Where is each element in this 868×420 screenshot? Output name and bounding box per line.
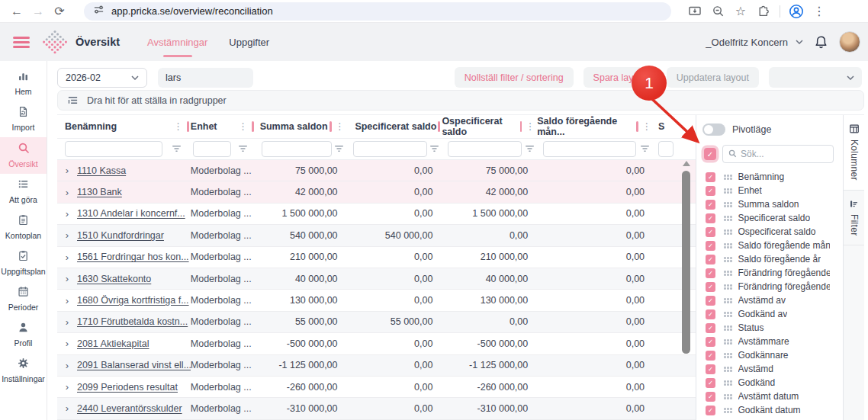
column-header-enhet[interactable]: Enhet ⋮ (191, 115, 256, 138)
column-header-summa-saldon[interactable]: Summa saldon ⋮ (256, 115, 347, 138)
table-row[interactable]: › 1630 Skattekonto Moderbolag ... 40 000… (57, 268, 696, 290)
filter-input-summa-saldon[interactable] (262, 141, 332, 157)
back-icon[interactable]: ← (6, 2, 27, 21)
table-row[interactable]: › 1710 Förutbetalda kostn... Moderbolag … (57, 312, 696, 333)
column-checkbox[interactable]: ✓ (706, 378, 715, 388)
organization-select[interactable]: _Odelfritz Koncern (706, 37, 803, 48)
drag-handle-icon[interactable] (724, 325, 726, 328)
drag-handle-icon[interactable] (724, 408, 726, 410)
column-resize-handle[interactable] (187, 121, 189, 132)
user-avatar[interactable] (839, 31, 860, 53)
column-menu-icon[interactable]: ⋮ (333, 121, 347, 132)
column-checkbox[interactable]: ✓ (706, 200, 715, 210)
side-tab-filter[interactable]: Filter (844, 191, 864, 245)
account-link[interactable]: 1130 Bank (77, 187, 191, 197)
column-checkbox[interactable]: ✓ (706, 337, 715, 347)
sidebar-item-kontoplan[interactable]: Kontoplan (0, 210, 47, 245)
column-header-specificerat-saldo[interactable]: Specificerat saldo (347, 115, 442, 138)
drag-handle-icon[interactable] (724, 367, 726, 369)
browser-menu-icon[interactable]: ⋮ (809, 2, 829, 21)
row-expand-chevron[interactable]: › (57, 252, 77, 263)
column-list-item[interactable]: ✓ Ospecificerat saldo (702, 225, 843, 239)
reset-filter-button[interactable]: Nollställ filter / sortering (455, 67, 574, 88)
drag-handle-icon[interactable] (724, 229, 726, 232)
install-app-icon[interactable] (685, 2, 705, 21)
browser-profile-icon[interactable] (786, 2, 806, 21)
column-checkbox[interactable]: ✓ (706, 296, 715, 306)
account-link[interactable]: 2099 Periodens resultat (77, 382, 191, 393)
column-list-item[interactable]: ✓ Förändring föregående år (702, 280, 843, 293)
column-checkbox[interactable]: ✓ (706, 227, 715, 237)
row-group-dropzone[interactable]: Dra hit för att ställa in radgrupper (57, 90, 864, 111)
column-list-item[interactable]: ✓ Godkännare (702, 348, 843, 362)
column-list-item[interactable]: ✓ Summa saldon (702, 197, 843, 211)
column-list-item[interactable]: ✓ Saldo föregående år (702, 252, 843, 266)
filter-funnel-icon[interactable] (429, 145, 439, 153)
address-bar[interactable]: app.pricka.se/overview/reconciliation (84, 2, 671, 21)
row-expand-chevron[interactable]: › (57, 338, 77, 349)
row-expand-chevron[interactable]: › (57, 273, 77, 284)
sidebar-item-uppgiftsplan[interactable]: Uppgiftsplan (0, 245, 47, 281)
drag-handle-icon[interactable] (724, 353, 726, 355)
column-checkbox[interactable]: ✓ (706, 282, 715, 292)
column-menu-icon[interactable]: ⋮ (236, 121, 250, 132)
filter-funnel-icon[interactable] (172, 145, 182, 153)
account-link[interactable]: 1710 Förutbetalda kostn... (77, 316, 191, 327)
table-row[interactable]: › 2099 Periodens resultat Moderbolag ...… (57, 377, 696, 398)
sidebar-item-profil[interactable]: Profil (0, 317, 47, 353)
column-list-item[interactable]: ✓ Avstämd (702, 362, 843, 376)
account-link[interactable]: 1680 Övriga kortfristiga f... (77, 295, 191, 306)
column-checkbox[interactable]: ✓ (706, 186, 715, 196)
drag-handle-icon[interactable] (724, 298, 726, 300)
column-checkbox[interactable]: ✓ (706, 213, 715, 223)
tab-avstämningar[interactable]: Avstämningar (137, 23, 218, 61)
column-checkbox[interactable]: ✓ (706, 255, 715, 265)
extensions-puzzle-icon[interactable] (754, 2, 773, 21)
row-expand-chevron[interactable]: › (57, 187, 77, 198)
account-link[interactable]: 2081 Aktiekapital (77, 338, 191, 349)
tab-uppgifter[interactable]: Uppgifter (218, 23, 280, 61)
row-expand-chevron[interactable]: › (57, 316, 77, 328)
column-search-box[interactable] (722, 145, 834, 163)
column-list-item[interactable]: ✓ Status (702, 321, 843, 335)
column-resize-handle[interactable] (520, 121, 522, 132)
column-checkbox[interactable]: ✓ (706, 241, 715, 251)
select-all-columns-checkbox[interactable]: ✓ (704, 148, 716, 160)
row-expand-chevron[interactable]: › (57, 229, 77, 241)
column-checkbox[interactable]: ✓ (706, 351, 715, 361)
filter-input-benamning[interactable] (65, 141, 162, 157)
column-search-input[interactable] (741, 149, 825, 159)
column-list-item[interactable]: ✓ Specificerat saldo (702, 211, 843, 225)
column-list-item[interactable]: ✓ Avstämd av (702, 293, 843, 307)
drag-handle-icon[interactable] (724, 339, 726, 341)
account-link[interactable]: 1561 Fordringar hos kon... (77, 252, 191, 262)
notifications-bell-icon[interactable] (814, 35, 828, 50)
column-checkbox[interactable]: ✓ (706, 172, 715, 182)
sidebar-item-översikt[interactable]: Översikt (0, 137, 47, 174)
filter-input-truncated[interactable] (658, 141, 674, 157)
filter-input-saldo-foregaende[interactable] (543, 141, 636, 157)
column-resize-handle[interactable] (438, 121, 440, 132)
account-link[interactable]: 1630 Skattekonto (77, 274, 191, 284)
row-expand-chevron[interactable]: › (57, 165, 77, 176)
row-expand-chevron[interactable]: › (57, 381, 77, 393)
pivot-mode-toggle[interactable] (702, 123, 725, 136)
zoom-out-icon[interactable] (708, 2, 728, 21)
filter-funnel-icon[interactable] (238, 145, 248, 153)
account-link[interactable]: 2440 Leverantörsskulder (77, 403, 191, 414)
scrollbar-up-arrow[interactable] (683, 161, 690, 166)
filter-input-specificerat[interactable] (353, 141, 427, 157)
drag-handle-icon[interactable] (724, 188, 726, 191)
sidebar-item-perioder[interactable]: Perioder (0, 281, 47, 317)
drag-handle-icon[interactable] (724, 216, 726, 218)
column-resize-handle[interactable] (252, 121, 254, 132)
scrollbar-thumb[interactable] (682, 171, 690, 354)
column-checkbox[interactable]: ✓ (706, 323, 715, 333)
column-checkbox[interactable]: ✓ (706, 392, 715, 402)
hamburger-menu-icon[interactable] (13, 37, 30, 48)
sidebar-item-att-göra[interactable]: Att göra (0, 174, 47, 210)
table-row[interactable]: › 2091 Balanserad vinst ell... Moderbola… (57, 355, 696, 377)
column-list-item[interactable]: ✓ Benämning (702, 170, 843, 184)
drag-handle-icon[interactable] (724, 175, 726, 177)
sidebar-item-import[interactable]: Import (0, 101, 47, 137)
